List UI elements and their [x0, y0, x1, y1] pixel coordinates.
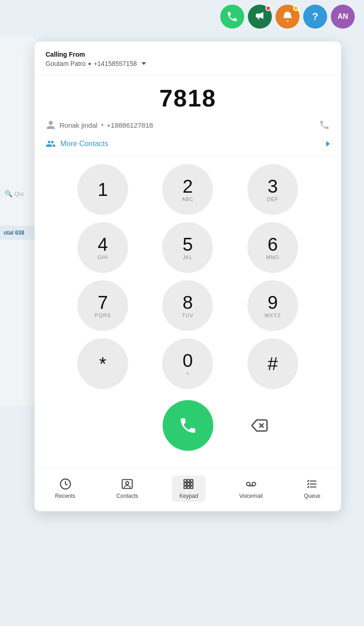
key-0-sub: +	[186, 371, 189, 376]
key-1-number: 1	[98, 180, 108, 199]
nav-queue[interactable]: Queue	[296, 475, 328, 502]
keypad: 1 2 ABC 3 DEF 4 GHI 5 JKL	[46, 157, 330, 467]
nav-keypad-label: Keypad	[179, 493, 198, 499]
more-contacts-left: More Contacts	[46, 139, 108, 149]
key-hash-number: #	[268, 354, 278, 373]
dialer-header: Calling From Goutam Patro +14158557158	[35, 41, 341, 75]
key-2-sub: ABC	[182, 196, 194, 202]
delete-button[interactable]	[251, 417, 268, 434]
contact-person-icon	[46, 120, 56, 130]
key-3-sub: DEF	[267, 196, 278, 202]
key-3-number: 3	[268, 177, 278, 195]
svg-point-4	[126, 482, 129, 485]
key-4-number: 4	[98, 235, 108, 254]
nav-voicemail[interactable]: Voicemail	[232, 475, 270, 502]
caller-dropdown-icon	[141, 62, 146, 65]
key-6-number: 6	[268, 235, 278, 254]
bg-search-hint: 🔍 Qui	[0, 184, 39, 203]
nav-recents-label: Recents	[55, 493, 76, 499]
key-3[interactable]: 3 DEF	[247, 164, 298, 215]
key-7[interactable]: 7 PQRS	[77, 280, 128, 331]
contact-phone-icon	[319, 119, 330, 130]
delete-icon	[251, 417, 268, 434]
key-star[interactable]: *	[77, 338, 128, 389]
contact-info: Ronak jindal +18886127818	[46, 120, 153, 130]
svg-rect-7	[191, 479, 193, 482]
nav-keypad[interactable]: Keypad	[172, 475, 205, 502]
key-5[interactable]: 5 JKL	[162, 222, 213, 273]
key-7-number: 7	[98, 293, 108, 312]
keypad-icon	[182, 478, 194, 490]
key-7-sub: PQRS	[95, 313, 111, 318]
key-star-number: *	[99, 354, 106, 373]
key-9-sub: WXYZ	[264, 313, 281, 318]
dialer-body: 7818 Ronak jindal +18886127818	[35, 75, 341, 467]
avatar-button[interactable]: AN	[331, 5, 355, 29]
contact-number: +18886127818	[107, 121, 153, 129]
caller-number: +14158557158	[94, 60, 137, 67]
svg-rect-6	[188, 479, 190, 482]
nav-recents[interactable]: Recents	[48, 475, 83, 502]
recents-icon	[59, 478, 71, 490]
svg-rect-12	[188, 486, 190, 488]
key-8[interactable]: 8 TUV	[162, 280, 213, 331]
svg-rect-13	[191, 486, 193, 488]
keypad-grid: 1 2 ABC 3 DEF 4 GHI 5 JKL	[64, 164, 311, 389]
key-8-number: 8	[182, 293, 193, 312]
key-5-sub: JKL	[183, 254, 193, 260]
caller-info[interactable]: Goutam Patro +14158557158	[46, 60, 330, 67]
key-2[interactable]: 2 ABC	[162, 164, 213, 215]
notification-button[interactable]	[276, 5, 299, 29]
bottom-nav: Recents Contacts Keypad	[35, 467, 341, 511]
notification-badge	[293, 6, 299, 11]
more-contacts-label: More Contacts	[60, 140, 108, 148]
call-button-icon	[178, 416, 198, 435]
svg-rect-10	[191, 483, 193, 485]
key-2-number: 2	[182, 177, 193, 195]
key-4-sub: GHI	[98, 254, 108, 260]
queue-icon	[306, 478, 318, 490]
key-8-sub: TUV	[182, 313, 194, 318]
avatar-initials: AN	[337, 12, 348, 21]
contact-name: Ronak jindal	[59, 121, 98, 129]
help-icon: ?	[312, 11, 318, 23]
key-5-number: 5	[182, 235, 193, 254]
contact-dot-separator	[101, 124, 103, 126]
phone-nav-button[interactable]	[220, 5, 244, 29]
dialer-popup: Calling From Goutam Patro +14158557158 7…	[35, 41, 341, 511]
more-contacts-row[interactable]: More Contacts	[46, 134, 330, 156]
key-1[interactable]: 1	[77, 164, 128, 215]
megaphone-badge	[265, 6, 271, 11]
key-9-number: 9	[268, 293, 278, 312]
key-6-sub: MNO	[266, 254, 279, 260]
svg-rect-9	[188, 483, 190, 485]
dialed-number: 7818	[46, 75, 330, 116]
help-button[interactable]: ?	[303, 5, 327, 29]
bg-total-hint: otal 638	[0, 226, 39, 240]
svg-rect-11	[184, 486, 187, 488]
action-row	[64, 396, 311, 460]
svg-rect-5	[184, 479, 187, 482]
contacts-icon	[121, 478, 133, 490]
call-button[interactable]	[163, 400, 213, 451]
nav-contacts-label: Contacts	[117, 493, 138, 499]
key-0[interactable]: 0 +	[162, 338, 213, 389]
voicemail-icon	[245, 478, 257, 490]
key-9[interactable]: 9 WXYZ	[247, 280, 298, 331]
svg-point-15	[252, 482, 256, 486]
caller-dot	[88, 63, 91, 65]
key-0-number: 0	[182, 351, 193, 370]
key-4[interactable]: 4 GHI	[77, 222, 128, 273]
svg-rect-8	[184, 483, 187, 485]
more-contacts-icon	[46, 139, 56, 149]
more-contacts-chevron	[326, 141, 330, 147]
bg-left-panel: 🔍 Qui otal 638	[0, 37, 39, 406]
svg-point-14	[247, 482, 250, 486]
megaphone-button[interactable]	[248, 5, 272, 29]
nav-contacts[interactable]: Contacts	[109, 475, 146, 502]
nav-queue-label: Queue	[304, 493, 320, 499]
calling-from-label: Calling From	[46, 51, 330, 58]
key-hash[interactable]: #	[247, 338, 298, 389]
nav-voicemail-label: Voicemail	[239, 493, 263, 499]
key-6[interactable]: 6 MNO	[247, 222, 298, 273]
